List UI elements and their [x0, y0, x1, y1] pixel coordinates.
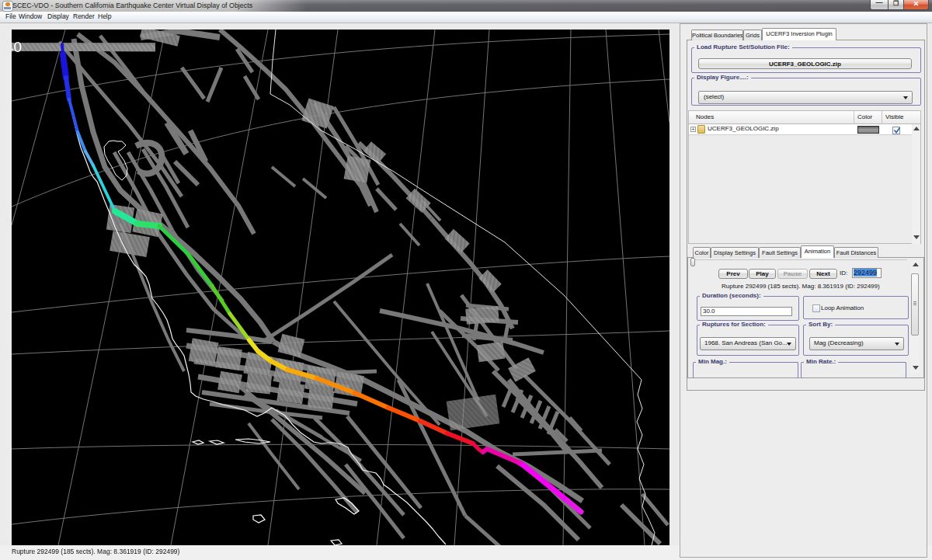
svg-text:40: 40 [12, 39, 22, 55]
